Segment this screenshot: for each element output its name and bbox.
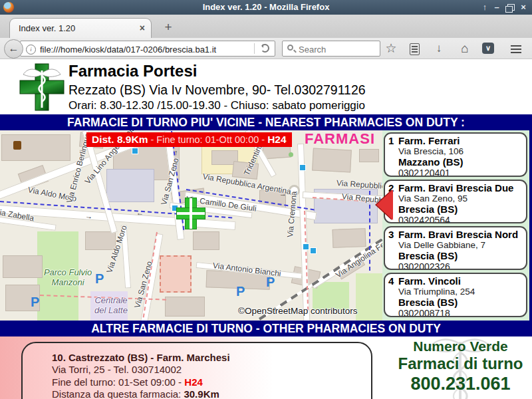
home-icon[interactable]: ⌂ xyxy=(457,40,473,57)
oneway-arrow: ← xyxy=(136,209,144,217)
pharmacy-card-city: Mazzano (BS) xyxy=(398,157,525,168)
info-icon[interactable]: i xyxy=(26,45,36,55)
distance-overlay: Dist. 8.9Km - Fine turno: 01-Ott 00:00 -… xyxy=(86,132,292,147)
other-pharmacy-panel: 10. Castrezzato (BS) - Farm. Marchesi Vi… xyxy=(0,336,389,399)
green-number-line2: Farmaci di turno xyxy=(389,354,532,373)
park-label: Parco FulvioManzoni xyxy=(37,267,98,287)
other-banner: ALTRE FARMACIE DI TURNO - OTHER PHARMACI… xyxy=(0,321,532,336)
green-number-phone: 800.231.061 xyxy=(389,374,532,394)
pharmacy-hours: Orari: 8.30-12.30 /15.00-19.30 - Chiuso:… xyxy=(68,99,365,112)
nearest-banner: FARMACIE DI TURNO PIU' VICINE - NEAREST … xyxy=(0,114,532,130)
farmasi-sign: FARMASI xyxy=(305,130,375,148)
maximize-button[interactable] xyxy=(507,4,515,11)
hamburger-lines xyxy=(511,45,521,47)
bus-stop-icon xyxy=(303,243,309,250)
green-number-line1: Numero Verde xyxy=(389,338,532,354)
pharmacy-rank: 1 xyxy=(388,135,394,146)
search-icon xyxy=(287,45,293,51)
pocket-icon[interactable]: ∨ xyxy=(480,40,496,57)
pharmacy-card-phone: 0302420564 xyxy=(398,215,525,223)
tab-bar: Index ver. 1.20 × + xyxy=(0,15,532,39)
pharmacy-card-name: Farm. Vincoli xyxy=(398,275,525,287)
map[interactable]: Via Lino Angelo Pois Via Aldo Moro Via Z… xyxy=(0,130,382,321)
url-separator xyxy=(254,43,255,54)
browser-window: Index ver. 1.20 - Mozilla Firefox ↑ – × … xyxy=(0,0,532,399)
url-input[interactable] xyxy=(39,42,247,57)
pocket-glyph: ∨ xyxy=(482,43,494,54)
bookmark-star-icon[interactable]: ☆ xyxy=(383,40,399,57)
tab-title: Index ver. 1.20 xyxy=(19,19,75,38)
reload-icon[interactable] xyxy=(261,44,269,53)
monument-icon xyxy=(13,141,21,150)
new-tab-button[interactable]: + xyxy=(160,19,177,35)
oneway-arrow: → xyxy=(279,190,287,198)
parking-icon: P xyxy=(95,272,104,285)
other-pharmacy-address: Via Torri, 25 - Tel. 030714002 xyxy=(52,364,371,376)
search-input[interactable] xyxy=(297,42,378,57)
tab-close-icon[interactable]: × xyxy=(140,19,145,38)
pharmacy-header: Farmacia Portesi Rezzato (BS) Via Iv Nov… xyxy=(0,59,532,114)
pharmacy-card-city: Brescia (BS) xyxy=(398,297,525,308)
pharmacy-card-street: Via Brescia, 106 xyxy=(398,146,525,157)
window-title: Index ver. 1.20 - Mozilla Firefox xyxy=(0,0,532,15)
pharmacy-card-name: Farm. Ferrari xyxy=(398,135,525,146)
bus-stop-icon xyxy=(299,164,306,171)
parking-icon: P xyxy=(266,275,275,289)
centrale-label: Centraledel Latte xyxy=(90,295,132,315)
osm-attribution: ©OpenStreetMap contributors xyxy=(238,306,358,316)
pharmacy-card-phone: 0302008718 xyxy=(398,308,525,317)
tab-index[interactable]: Index ver. 1.20 × xyxy=(9,18,152,39)
pharmacy-rank: 4 xyxy=(388,275,394,287)
other-pharmacy-shift: Fine del turno: 01-Set 09:00 - H24 xyxy=(52,376,371,389)
pharmacy-card-1[interactable]: 1 Farm. Ferrari Via Brescia, 106 Mazzano… xyxy=(384,132,527,177)
pharmacy-card-4[interactable]: 4 Farm. Vincoli Via Triumplina, 254 Bres… xyxy=(384,273,527,317)
menu-hamburger-icon[interactable] xyxy=(508,40,524,57)
street-label: Via Cremona xyxy=(285,191,299,238)
other-pharmacy-card[interactable]: 10. Castrezzato (BS) - Farm. Marchesi Vi… xyxy=(21,342,372,399)
pharmacy-card-name: Farm. Bravi Brescia Nord xyxy=(398,229,525,240)
bus-stop-icon xyxy=(132,148,138,154)
other-pharmacy-distance: Distanza da questa farmacia: 30.9Km xyxy=(52,388,371,399)
parking-icon: P xyxy=(236,285,245,298)
pharmacy-card-2[interactable]: 2 Farm. Bravi Brescia Due Via San Zeno, … xyxy=(384,180,527,223)
selected-pharmacy-arrow xyxy=(376,190,393,220)
download-icon[interactable]: ↓ xyxy=(431,40,447,57)
pharmacy-name: Farmacia Portesi xyxy=(68,62,197,80)
overlay-h24: H24 xyxy=(267,134,286,145)
pharmacy-card-street: Via San Zeno, 95 xyxy=(398,194,525,204)
back-button[interactable]: ← xyxy=(4,39,23,59)
pharmacy-address: Rezzato (BS) Via Iv Novembre, 90- Tel.03… xyxy=(68,82,366,98)
pharmacy-location-marker xyxy=(177,198,205,229)
oneway-arrow: ↑ xyxy=(174,149,178,156)
pharmacy-card-phone: 0302002326 xyxy=(398,261,525,270)
parking-icon: P xyxy=(31,295,39,309)
pharmacy-rank: 3 xyxy=(388,229,394,240)
pharmacy-card-street: Via Delle Gabbiane, 7 xyxy=(398,240,525,251)
pharmacy-card-3[interactable]: 3 Farm. Bravi Brescia Nord Via Delle Gab… xyxy=(384,226,527,270)
pharmacy-card-city: Brescia (BS) xyxy=(398,251,525,261)
window-titlebar: Index ver. 1.20 - Mozilla Firefox ↑ – × xyxy=(0,0,532,15)
bus-stop-icon xyxy=(310,247,317,254)
nearest-pharmacies-sidebar: 1 Farm. Ferrari Via Brescia, 106 Mazzano… xyxy=(382,130,532,321)
overlay-distance: Dist. 8.9Km xyxy=(92,134,148,145)
list-icon xyxy=(410,43,420,55)
minimize-button[interactable]: – xyxy=(491,0,503,15)
oneway-arrow: → xyxy=(85,213,93,221)
pharmacy-card-phone: 0302120401 xyxy=(398,168,525,177)
url-bar[interactable]: i xyxy=(20,41,275,57)
search-bar[interactable] xyxy=(282,41,380,57)
green-number-panel: Numero Verde Farmaci di turno 800.231.06… xyxy=(389,336,532,399)
overlay-info: - Fine turno: 01-Ott 00:00 - xyxy=(148,134,267,145)
bookmarks-menu-icon[interactable] xyxy=(406,40,422,57)
other-pharmacy-title: 10. Castrezzato (BS) - Farm. Marchesi xyxy=(52,351,371,364)
close-button[interactable]: × xyxy=(517,0,529,15)
pharmacy-cross-logo xyxy=(19,63,65,112)
h24-badge: H24 xyxy=(184,376,203,388)
shade-button[interactable]: ↑ xyxy=(479,0,491,15)
pharmacy-card-city: Brescia (BS) xyxy=(398,204,525,215)
pharmacy-card-street: Via Triumplina, 254 xyxy=(398,287,525,297)
pharmacy-card-name: Farm. Bravi Brescia Due xyxy=(398,182,525,194)
